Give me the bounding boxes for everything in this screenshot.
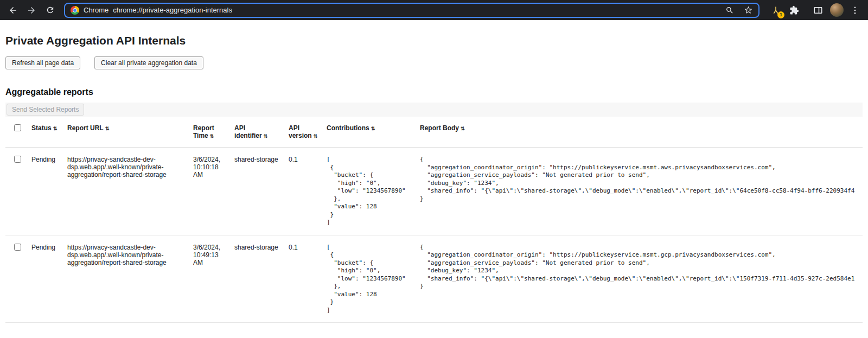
page-actions: Refresh all page data Clear all private …: [5, 56, 863, 69]
status-cell: Pending: [31, 148, 67, 235]
reload-button[interactable]: [41, 2, 59, 19]
sort-icon: ⇅: [210, 133, 214, 139]
menu-button[interactable]: [846, 2, 864, 19]
column-header-report-time[interactable]: Report Time⇅: [193, 117, 234, 148]
search-icon: [725, 6, 734, 15]
column-header-api-identifier[interactable]: API identifier⇅: [234, 117, 289, 148]
site-label: Chrome: [84, 6, 108, 14]
api-version-cell: 0.1: [289, 148, 327, 235]
profile-button[interactable]: [828, 2, 845, 19]
zoom-button[interactable]: [723, 3, 737, 17]
column-label: API version: [289, 124, 312, 139]
report-time-cell: 3/6/2024, 10:10:18 AM: [193, 148, 234, 235]
bookmark-button[interactable]: [741, 3, 755, 17]
row-checkbox[interactable]: [14, 244, 21, 251]
report-url-cell: https://privacy-sandcastle-dev-dsp.web.a…: [67, 148, 193, 235]
sort-icon: ⇅: [371, 126, 375, 131]
extensions-button[interactable]: [786, 2, 803, 19]
column-label: Report URL: [67, 124, 104, 132]
forward-icon: [27, 5, 36, 15]
url-text: chrome://private-aggregation-internals: [113, 6, 232, 14]
column-header-api-version[interactable]: API version⇅: [289, 117, 327, 148]
table-row: Pending https://privacy-sandcastle-dev-d…: [5, 148, 863, 235]
page-title: Private Aggregation API Internals: [5, 34, 863, 47]
chrome-logo-icon: [71, 6, 79, 15]
report-body-cell: { "aggregation_coordinator_origin": "htt…: [420, 235, 863, 323]
sort-icon: ⇅: [264, 133, 268, 139]
kebab-menu-icon: [850, 5, 860, 15]
page-content: Private Aggregation API Internals Refres…: [0, 34, 868, 323]
badge-count: 1: [777, 11, 784, 18]
send-selected-reports-button[interactable]: Send Selected Reports: [7, 104, 84, 116]
api-identifier-cell: shared-storage: [234, 235, 289, 323]
sort-icon: ⇅: [461, 126, 465, 131]
api-version-cell: 0.1: [289, 235, 327, 323]
column-label: Contributions: [327, 124, 369, 132]
status-cell: Pending: [31, 235, 67, 323]
star-icon: [744, 5, 753, 15]
contributions-cell: [ { "bucket": { "high": "0", "low": "123…: [327, 148, 420, 235]
sort-icon: ⇅: [314, 133, 318, 139]
column-header-contributions[interactable]: Contributions⇅: [327, 117, 420, 148]
report-body-cell: { "aggregation_coordinator_origin": "htt…: [420, 148, 863, 235]
refresh-all-page-data-button[interactable]: Refresh all page data: [5, 56, 80, 69]
badged-extension-button[interactable]: 1: [767, 2, 784, 19]
reports-table: Status⇅ Report URL⇅ Report Time⇅ API ide…: [5, 117, 863, 323]
sort-icon: ⇅: [53, 126, 58, 131]
reload-icon: [46, 5, 55, 15]
side-panel-icon: [813, 5, 823, 15]
side-panel-button[interactable]: [809, 2, 827, 19]
sort-icon: ⇅: [105, 126, 110, 131]
report-time-cell: 3/6/2024, 10:49:13 AM: [193, 235, 234, 323]
forward-button[interactable]: [23, 2, 40, 19]
column-label: API identifier: [234, 124, 262, 139]
send-reports-bar: Send Selected Reports: [5, 103, 863, 117]
table-header-row: Status⇅ Report URL⇅ Report Time⇅ API ide…: [5, 117, 863, 148]
contributions-cell: [ { "bucket": { "high": "0", "low": "123…: [327, 235, 420, 323]
column-header-report-url[interactable]: Report URL⇅: [67, 117, 193, 148]
browser-toolbar: Chrome chrome://private-aggregation-inte…: [0, 0, 868, 20]
section-title-aggregatable-reports: Aggregatable reports: [5, 87, 863, 97]
column-label: Status: [31, 124, 52, 132]
clear-all-private-aggregation-data-button[interactable]: Clear all private aggregation data: [94, 56, 203, 69]
select-all-checkbox[interactable]: [14, 124, 21, 131]
report-url-cell: https://privacy-sandcastle-dev-dsp.web.a…: [67, 235, 193, 323]
extensions-puzzle-icon: [789, 5, 799, 15]
table-row: Pending https://privacy-sandcastle-dev-d…: [5, 235, 863, 323]
back-button[interactable]: [4, 2, 22, 19]
profile-avatar: [830, 3, 844, 17]
column-header-status[interactable]: Status⇅: [31, 117, 67, 148]
column-label: Report Body: [420, 124, 459, 132]
api-identifier-cell: shared-storage: [234, 148, 289, 235]
address-bar[interactable]: Chrome chrome://private-aggregation-inte…: [64, 3, 760, 18]
column-header-report-body[interactable]: Report Body⇅: [420, 117, 863, 148]
row-checkbox[interactable]: [14, 156, 21, 163]
back-icon: [8, 5, 18, 15]
